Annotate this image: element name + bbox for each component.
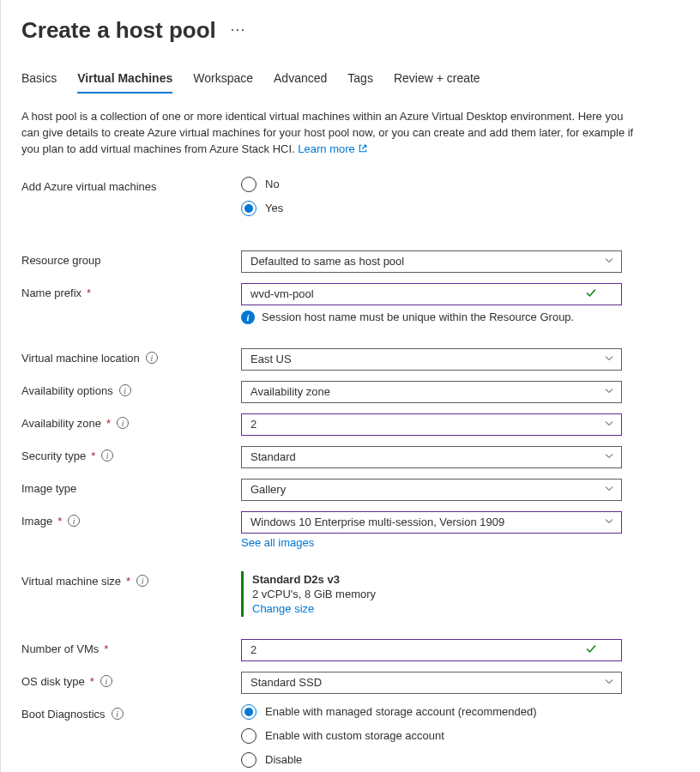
availability-options-dropdown[interactable]: Availability zone [241, 381, 622, 403]
radio-label: Enable with custom storage account [265, 729, 444, 742]
tab-advanced[interactable]: Advanced [274, 71, 327, 93]
info-icon[interactable]: i [112, 708, 124, 720]
radio-icon [241, 728, 256, 744]
dropdown-value: Windows 10 Enterprise multi-session, Ver… [250, 516, 597, 528]
required-indicator: * [126, 575, 130, 588]
check-icon [585, 286, 597, 301]
tab-tags[interactable]: Tags [347, 71, 373, 93]
required-indicator: * [57, 515, 62, 528]
add-vms-radio-no[interactable]: No [241, 177, 622, 192]
num-vms-label: Number of VMs [21, 642, 99, 655]
info-icon[interactable]: i [119, 384, 131, 396]
security-type-label: Security type [21, 449, 86, 462]
boot-diagnostics-label: Boot Diagnostics [21, 708, 106, 721]
dropdown-value: Defaulted to same as host pool [250, 255, 597, 268]
tabs-container: Basics Virtual Machines Workspace Advanc… [21, 71, 679, 93]
chevron-down-icon [604, 516, 614, 528]
resource-group-dropdown[interactable]: Defaulted to same as host pool [241, 250, 622, 273]
security-type-dropdown[interactable]: Standard [241, 446, 622, 468]
radio-icon [241, 177, 256, 192]
image-label: Image [21, 515, 52, 528]
change-size-link[interactable]: Change size [252, 602, 622, 615]
dropdown-value: Standard [250, 450, 597, 463]
page-title: Create a host pool [21, 17, 216, 44]
info-icon[interactable]: i [101, 449, 113, 461]
vm-size-label: Virtual machine size [21, 575, 121, 588]
info-text: Session host name must be unique within … [262, 311, 574, 323]
boot-diagnostics-radio-custom[interactable]: Enable with custom storage account [241, 728, 622, 744]
availability-options-label: Availability options [21, 384, 113, 397]
availability-zone-dropdown[interactable]: 2 [241, 413, 622, 436]
see-all-images-link[interactable]: See all images [241, 536, 314, 549]
boot-diagnostics-radio-group: Enable with managed storage account (rec… [241, 704, 622, 768]
info-icon: i [241, 311, 255, 324]
dropdown-value: Standard SSD [250, 676, 597, 689]
resource-group-label: Resource group [21, 254, 101, 267]
chevron-down-icon [604, 255, 614, 268]
chevron-down-icon [604, 450, 614, 463]
image-type-label: Image type [21, 482, 76, 495]
radio-icon [241, 752, 256, 768]
chevron-down-icon [604, 418, 614, 431]
tab-workspace[interactable]: Workspace [193, 71, 253, 93]
vm-location-dropdown[interactable]: East US [241, 348, 622, 371]
image-type-dropdown[interactable]: Gallery [241, 479, 622, 501]
radio-label: Enable with managed storage account (rec… [265, 705, 537, 718]
check-icon [585, 642, 597, 657]
required-indicator: * [106, 417, 111, 430]
chevron-down-icon [604, 353, 614, 365]
name-prefix-info: i Session host name must be unique withi… [241, 311, 622, 324]
add-vms-label: Add Azure virtual machines [21, 180, 157, 193]
vm-size-info: Standard D2s v3 2 vCPU's, 8 GiB memory C… [241, 571, 622, 617]
tab-review-create[interactable]: Review + create [394, 71, 480, 93]
required-indicator: * [90, 675, 94, 688]
info-icon[interactable]: i [68, 515, 80, 527]
chevron-down-icon [604, 483, 614, 496]
dropdown-value: 2 [250, 418, 597, 431]
info-icon[interactable]: i [100, 675, 112, 687]
availability-zone-label: Availability zone [21, 417, 101, 430]
radio-label: Yes [265, 202, 283, 214]
dropdown-value: Gallery [250, 483, 597, 496]
name-prefix-input[interactable]: wvd-vm-pool [241, 283, 622, 305]
add-vms-radio-group: No Yes [241, 177, 622, 216]
external-link-icon [358, 143, 368, 154]
radio-label: Disable [265, 753, 302, 766]
info-icon[interactable]: i [136, 575, 148, 587]
os-disk-type-label: OS disk type [21, 675, 85, 688]
boot-diagnostics-radio-disable[interactable]: Disable [241, 752, 622, 768]
radio-icon [241, 201, 256, 216]
num-vms-input[interactable]: 2 [241, 639, 622, 661]
link-text: Learn more [298, 142, 354, 155]
vm-size-title: Standard D2s v3 [252, 573, 622, 586]
input-value: wvd-vm-pool [250, 287, 597, 300]
tab-virtual-machines[interactable]: Virtual Machines [77, 71, 172, 93]
learn-more-link[interactable]: Learn more [298, 142, 368, 155]
chevron-down-icon [604, 676, 614, 689]
chevron-down-icon [604, 385, 614, 398]
add-vms-radio-yes[interactable]: Yes [241, 201, 622, 216]
os-disk-type-dropdown[interactable]: Standard SSD [241, 672, 622, 694]
info-icon[interactable]: i [146, 352, 158, 364]
boot-diagnostics-radio-managed[interactable]: Enable with managed storage account (rec… [241, 704, 622, 720]
radio-label: No [265, 178, 280, 190]
more-actions-icon[interactable]: ⋯ [230, 20, 247, 42]
required-indicator: * [91, 449, 95, 462]
description-text: A host pool is a collection of one or mo… [21, 109, 639, 158]
required-indicator: * [87, 286, 91, 299]
dropdown-value: East US [250, 353, 597, 365]
tab-basics[interactable]: Basics [21, 71, 57, 93]
radio-icon [241, 704, 256, 720]
info-icon[interactable]: i [117, 417, 129, 429]
input-value: 2 [250, 643, 597, 656]
name-prefix-label: Name prefix [21, 286, 81, 299]
required-indicator: * [104, 642, 108, 655]
image-dropdown[interactable]: Windows 10 Enterprise multi-session, Ver… [241, 511, 622, 534]
vm-size-details: 2 vCPU's, 8 GiB memory [252, 588, 622, 600]
vm-location-label: Virtual machine location [21, 352, 140, 365]
dropdown-value: Availability zone [250, 385, 597, 398]
